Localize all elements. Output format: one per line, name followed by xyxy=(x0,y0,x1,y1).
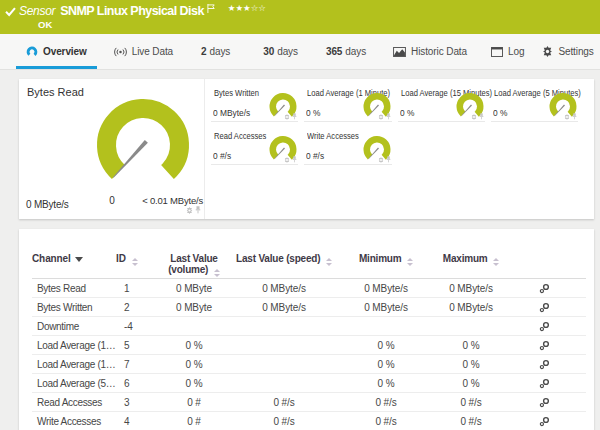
tab-settings[interactable]: Settings xyxy=(532,34,593,69)
gear-icon[interactable] xyxy=(564,114,570,120)
pin-icon[interactable] xyxy=(386,156,391,163)
channel-name-cell[interactable]: Write Accesses xyxy=(32,412,116,430)
mini-gauge-actions xyxy=(378,156,391,163)
mini-gauge-label: Write Accesses xyxy=(307,130,359,141)
gear-icon[interactable] xyxy=(378,157,384,163)
channel-settings-wrench-icon[interactable] xyxy=(539,283,550,294)
tab-overview[interactable]: Overview xyxy=(16,34,97,69)
mini-gauge-value: 0 % xyxy=(493,107,507,118)
column-header-channel[interactable]: Channel xyxy=(32,253,116,279)
gear-icon[interactable] xyxy=(186,207,193,214)
log-window-icon xyxy=(491,47,503,57)
column-header-last-value-volume[interactable]: Last Value(volume) xyxy=(152,253,236,279)
flag-icon[interactable] xyxy=(207,4,216,13)
sensor-status-bar: Sensor SNMP Linux Physical Disk ★★★☆☆ OK xyxy=(0,0,600,34)
channel-row-downtime[interactable]: Downtime -4 xyxy=(32,317,586,336)
channel-settings-wrench-icon[interactable] xyxy=(539,302,550,313)
channel-maximum-cell: 0 #/s xyxy=(440,393,502,412)
channel-id-cell: -4 xyxy=(116,317,152,336)
column-header-id[interactable]: ID xyxy=(116,253,152,279)
mini-gauge-load-average-1-minute[interactable]: Load Average (1 Minute) 0 % xyxy=(304,79,391,122)
sort-icon xyxy=(326,258,332,266)
channel-settings-wrench-icon[interactable] xyxy=(539,340,550,351)
channel-row-write-accesses[interactable]: Write Accesses 4 0 # 0 #/s 0 #/s 0 #/s xyxy=(32,412,586,430)
pin-icon[interactable] xyxy=(479,113,484,120)
channel-maximum-cell: 0 % xyxy=(440,374,502,393)
tab-live-data[interactable]: Live Data xyxy=(104,34,183,69)
channel-last-volume-cell: 0 # xyxy=(152,393,236,412)
channel-last-volume-cell: 0 MByte xyxy=(152,298,236,317)
channel-settings-wrench-icon[interactable] xyxy=(539,359,550,370)
channel-actions-cell xyxy=(502,374,586,393)
tab-label: Settings xyxy=(558,46,593,57)
channel-last-speed-cell xyxy=(236,336,332,355)
channel-settings-wrench-icon[interactable] xyxy=(539,378,550,389)
channel-name-cell[interactable]: Load Average (1 Minute) xyxy=(32,336,116,355)
gear-icon[interactable] xyxy=(284,114,290,120)
sort-icon xyxy=(493,258,499,266)
tab-label: Live Data xyxy=(132,46,173,57)
channel-last-speed-cell: 0 MByte/s xyxy=(236,279,332,298)
tab-30-days[interactable]: 30days xyxy=(253,34,308,69)
pin-icon[interactable] xyxy=(292,113,297,120)
channel-settings-wrench-icon[interactable] xyxy=(539,416,550,427)
column-header-maximum[interactable]: Maximum xyxy=(440,253,502,279)
mini-gauge-load-average-15-minutes[interactable]: Load Average (15 Minutes) 0 % xyxy=(398,79,485,122)
channel-settings-wrench-icon[interactable] xyxy=(539,397,550,408)
channels-table: Channel ID Last Value(volume) Last Value… xyxy=(32,253,586,430)
channel-last-speed-cell: 0 MByte/s xyxy=(236,298,332,317)
mini-gauge-write-accesses[interactable]: Write Accesses 0 #/s xyxy=(304,122,391,165)
gear-icon[interactable] xyxy=(284,157,290,163)
channel-maximum-cell: 0 % xyxy=(440,336,502,355)
gear-icon[interactable] xyxy=(471,114,477,120)
column-header-last-value-speed[interactable]: Last Value (speed) xyxy=(236,253,332,279)
pin-icon[interactable] xyxy=(572,113,577,120)
tab-label: days xyxy=(210,46,231,57)
column-header-actions xyxy=(502,253,586,279)
mini-gauge-load-average-5-minutes[interactable]: Load Average (5 Minutes) 0 % xyxy=(491,79,578,122)
channel-row-load-average-15-minutes[interactable]: Load Average (15 Minutes) 7 0 % 0 % 0 % xyxy=(32,355,586,374)
column-header-minimum[interactable]: Minimum xyxy=(332,253,440,279)
channel-minimum-cell: 0 MByte/s xyxy=(332,279,440,298)
gauge-icon xyxy=(26,46,38,57)
gear-icon[interactable] xyxy=(378,114,384,120)
tab-log[interactable]: Log xyxy=(483,34,532,69)
priority-stars[interactable]: ★★★☆☆ xyxy=(228,3,266,13)
channel-name-cell[interactable]: Read Accesses xyxy=(32,393,116,412)
mini-gauge-bytes-written[interactable]: Bytes Written 0 MByte/s xyxy=(211,79,298,122)
channel-name-cell[interactable]: Load Average (5 Minutes) xyxy=(32,374,116,393)
channel-actions-cell xyxy=(502,317,586,336)
live-signal-icon xyxy=(114,47,127,57)
channel-row-bytes-read[interactable]: Bytes Read 1 0 MByte 0 MByte/s 0 MByte/s… xyxy=(32,279,586,298)
channel-maximum-cell: 0 #/s xyxy=(440,412,502,430)
tab-historic-data[interactable]: Historic Data xyxy=(383,34,477,69)
channel-row-load-average-1-minute[interactable]: Load Average (1 Minute) 5 0 % 0 % 0 % xyxy=(32,336,586,355)
tab-365-days[interactable]: 365days xyxy=(316,34,376,69)
pin-icon[interactable] xyxy=(292,156,297,163)
channel-row-load-average-5-minutes[interactable]: Load Average (5 Minutes) 6 0 % 0 % 0 % xyxy=(32,374,586,393)
channel-last-speed-cell: 0 #/s xyxy=(236,412,332,430)
channels-table-header-row: Channel ID Last Value(volume) Last Value… xyxy=(32,253,586,279)
channel-last-volume-cell: 0 % xyxy=(152,355,236,374)
channel-name-cell[interactable]: Bytes Written xyxy=(32,298,116,317)
mini-gauge-value: 0 #/s xyxy=(213,150,231,161)
mini-gauge-read-accesses[interactable]: Read Accesses 0 #/s xyxy=(211,122,298,165)
sensor-title: SNMP Linux Physical Disk xyxy=(60,4,204,18)
channel-name-cell[interactable]: Downtime xyxy=(32,317,116,336)
mini-gauge-label: Bytes Written xyxy=(214,87,259,98)
pin-icon[interactable] xyxy=(386,113,391,120)
tab-2-days[interactable]: 2days xyxy=(191,34,240,69)
channel-name-cell[interactable]: Bytes Read xyxy=(32,279,116,298)
channel-row-bytes-written[interactable]: Bytes Written 2 0 MByte 0 MByte/s 0 MByt… xyxy=(32,298,586,317)
channel-last-speed-cell: 0 #/s xyxy=(236,393,332,412)
gauge-scale-max: < 0.01 MByte/s xyxy=(142,195,203,206)
channel-row-read-accesses[interactable]: Read Accesses 3 0 # 0 #/s 0 #/s 0 #/s xyxy=(32,393,586,412)
channel-settings-wrench-icon[interactable] xyxy=(539,321,550,332)
channel-id-cell: 3 xyxy=(116,393,152,412)
channel-minimum-cell: 0 #/s xyxy=(332,393,440,412)
channel-name-cell[interactable]: Load Average (15 Minutes) xyxy=(32,355,116,374)
pin-icon[interactable] xyxy=(195,206,201,214)
channel-id-cell: 6 xyxy=(116,374,152,393)
chart-icon xyxy=(393,47,406,57)
channel-id-cell: 2 xyxy=(116,298,152,317)
